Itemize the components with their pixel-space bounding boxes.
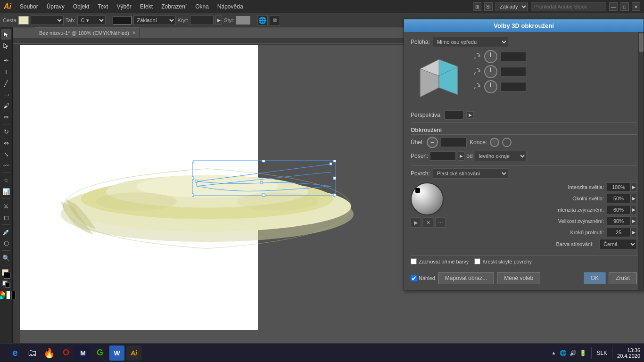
blend-tool[interactable]: ⬡	[1, 238, 11, 248]
styl-swatch[interactable]	[236, 16, 250, 25]
maximize-btn[interactable]: □	[620, 2, 629, 11]
ie-icon[interactable]: e	[8, 346, 23, 361]
color-mode-white[interactable]	[6, 291, 10, 299]
end-circle-open[interactable]	[502, 138, 512, 147]
color-mode-black[interactable]	[11, 291, 16, 299]
menu-upravy[interactable]: Úpravy	[43, 2, 68, 11]
ai-taskbar-icon[interactable]: Ai	[126, 346, 141, 361]
grid-icon[interactable]: ⊞	[473, 2, 481, 11]
lighting-sphere[interactable]	[411, 182, 444, 215]
kroku-arrow[interactable]: ▶	[630, 228, 637, 237]
menu-vyber[interactable]: Výběr	[113, 2, 135, 11]
povrch-select[interactable]: Plastické stínování	[433, 168, 508, 179]
transform-btn[interactable]: ⊠	[270, 15, 280, 25]
tray-arrow[interactable]: ▲	[551, 350, 556, 355]
ok-btn[interactable]: OK	[584, 272, 606, 284]
uhel-input[interactable]: 360°	[441, 138, 467, 147]
workspace-select[interactable]: Základy	[495, 2, 528, 11]
vel-zvyrazneni-arrow[interactable]: ▶	[630, 216, 637, 226]
rect-tool[interactable]: ▭	[1, 89, 11, 99]
tool-separator-6	[2, 250, 10, 251]
color-swatches[interactable]	[1, 269, 11, 280]
tah-select[interactable]: C ▾	[77, 16, 106, 25]
menu-napoveda[interactable]: Nápověda	[214, 2, 247, 11]
scale-tool[interactable]: ⤡	[1, 149, 11, 159]
posun-input[interactable]: 0 pt	[430, 151, 456, 161]
posun-from-select[interactable]: levého okraje	[475, 151, 527, 161]
fill-stroke-toggle[interactable]	[1, 280, 11, 289]
eraser-tool[interactable]: ◻	[1, 212, 11, 222]
stroke-style-select[interactable]: Základní	[133, 16, 176, 25]
line-tool[interactable]: ╱	[1, 78, 11, 88]
explorer-icon[interactable]: 🗂	[25, 346, 40, 361]
menu-text[interactable]: Text	[94, 2, 112, 11]
direct-select-tool[interactable]	[1, 41, 11, 51]
zvyrazneni-arrow[interactable]: ▶	[630, 205, 637, 214]
poloha-select[interactable]: Mimo osu vpředu	[433, 37, 508, 47]
menu-okna[interactable]: Okna	[191, 2, 213, 11]
close-btn[interactable]: ✕	[632, 2, 640, 11]
fill-color-swatch[interactable]	[18, 16, 29, 25]
slice-tool[interactable]: ⚔	[1, 201, 11, 211]
menu-objekt[interactable]: Objekt	[69, 2, 93, 11]
zoom-tool[interactable]: 🔍	[1, 253, 11, 263]
dialog-scrollbar-thumb[interactable]	[639, 33, 644, 52]
select-tool[interactable]	[1, 29, 11, 40]
firefox-icon[interactable]: 🔥	[41, 346, 57, 361]
type-tool[interactable]: T	[1, 66, 11, 77]
uhel-minus-btn[interactable]: −	[427, 137, 438, 148]
mapovat-btn[interactable]: Mapovat obraz...	[438, 272, 494, 284]
rot-x-knob[interactable]	[484, 50, 497, 63]
ruler-left	[13, 45, 20, 352]
okolni-arrow[interactable]: ▶	[630, 194, 637, 203]
eyedropper-tool[interactable]: 💉	[1, 227, 11, 237]
mirror-tool[interactable]: ⇔	[1, 138, 11, 148]
rotate-tool[interactable]: ↻	[1, 126, 11, 137]
menu-zobrazeni[interactable]: Zobrazení	[157, 2, 190, 11]
opera-icon[interactable]: O	[58, 346, 74, 361]
zachovat-checkbox[interactable]	[411, 258, 417, 264]
intenzita-arrow[interactable]: ▶	[630, 182, 637, 192]
color-mode-color[interactable]	[0, 291, 5, 299]
kryt-input[interactable]: 100%	[190, 16, 214, 25]
ai-logo: Ai	[4, 2, 11, 11]
rot-y-knob[interactable]	[484, 65, 497, 78]
stroke-select[interactable]: —	[31, 16, 64, 25]
uhel-label: Úhel:	[411, 139, 424, 146]
sl-icon[interactable]: Sl	[484, 2, 493, 11]
word-icon[interactable]: W	[109, 346, 124, 361]
pencil-tool[interactable]: ✏	[1, 112, 11, 122]
rot-x-input[interactable]: -18°	[500, 52, 526, 61]
globe-btn[interactable]: 🌐	[257, 15, 268, 25]
rot-z-input[interactable]: 8°	[500, 82, 526, 91]
nahled-checkbox[interactable]	[411, 275, 417, 281]
kryt-arrow[interactable]: ▶	[215, 16, 222, 25]
rot-z-row: z 8°	[472, 80, 637, 93]
search-stock-input[interactable]	[531, 2, 606, 11]
greenshot-icon[interactable]: G	[92, 346, 107, 361]
rot-z-knob[interactable]	[484, 80, 497, 93]
symbol-tool[interactable]: ☆	[1, 175, 11, 185]
end-circle-closed[interactable]	[490, 138, 499, 147]
paintbrush-tool[interactable]: 🖌	[1, 100, 11, 111]
rot-y-input[interactable]: -26°	[500, 67, 526, 76]
mene-btn[interactable]: Méně voleb	[497, 272, 540, 284]
posun-arrow[interactable]: ▶	[458, 151, 464, 161]
zrusit-btn[interactable]: Zrušit	[609, 272, 637, 284]
menu-soubor[interactable]: Soubor	[16, 2, 42, 11]
graph-tool[interactable]: 📊	[1, 186, 11, 197]
perspektiva-arrow[interactable]: ▶	[466, 111, 474, 119]
perspektiva-input[interactable]: 0°	[445, 110, 463, 120]
barva-select[interactable]: Černá	[599, 239, 637, 249]
metastore-icon[interactable]: M	[75, 346, 91, 361]
kreslit-checkbox[interactable]	[474, 258, 480, 264]
sphere-add-btn[interactable]: ▶	[411, 217, 421, 228]
menu-efekt[interactable]: Efekt	[136, 2, 157, 11]
dialog-scrollbar[interactable]	[638, 32, 644, 290]
pen-tool[interactable]: ✒	[1, 55, 11, 66]
sphere-delete-btn[interactable]: ✕	[423, 217, 433, 228]
minimize-btn[interactable]: —	[609, 2, 618, 11]
warp-tool[interactable]: 〰	[1, 160, 11, 171]
sphere-more-btn[interactable]: ⋯	[435, 217, 446, 228]
close-tab-btn[interactable]: ✕	[132, 30, 136, 35]
